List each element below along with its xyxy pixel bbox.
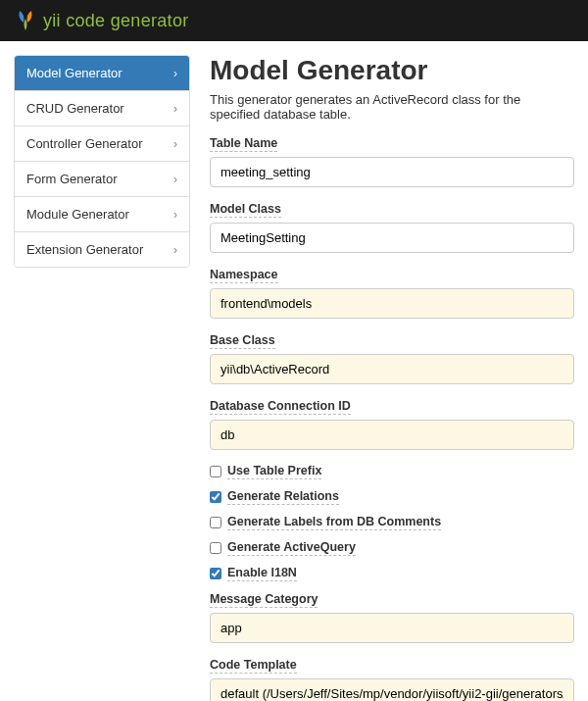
label-use-table-prefix: Use Table Prefix <box>227 464 321 479</box>
namespace-input[interactable] <box>210 288 574 319</box>
label-enable-i18n: Enable I18N <box>227 566 297 581</box>
chevron-right-icon: › <box>173 208 177 222</box>
chevron-right-icon: › <box>173 243 177 257</box>
label-message-category: Message Category <box>210 592 318 608</box>
model-class-input[interactable] <box>210 223 574 253</box>
sidebar-item-form-generator[interactable]: Form Generator › <box>15 162 189 197</box>
sidebar-item-label: Controller Generator <box>26 136 143 151</box>
chevron-right-icon: › <box>173 67 177 80</box>
base-class-input[interactable] <box>210 354 574 384</box>
page-subtitle: This generator generates an ActiveRecord… <box>210 92 574 122</box>
label-model-class: Model Class <box>210 202 281 218</box>
sidebar-item-extension-generator[interactable]: Extension Generator › <box>15 232 189 267</box>
sidebar-item-label: Extension Generator <box>26 242 143 257</box>
sidebar-item-label: Model Generator <box>26 66 122 80</box>
brand-text: yii code generator <box>43 11 189 31</box>
main-content: Model Generator This generator generates… <box>210 55 574 701</box>
label-generate-labels: Generate Labels from DB Comments <box>227 515 441 530</box>
brand[interactable]: yii code generator <box>14 9 189 32</box>
generate-relations-checkbox[interactable] <box>210 491 221 503</box>
chevron-right-icon: › <box>173 102 177 116</box>
db-connection-input[interactable] <box>210 420 574 450</box>
sidebar-item-label: CRUD Generator <box>26 101 124 116</box>
label-generate-activequery: Generate ActiveQuery <box>227 540 356 556</box>
code-template-input[interactable] <box>210 678 574 701</box>
generate-labels-checkbox[interactable] <box>210 517 221 528</box>
sidebar-item-crud-generator[interactable]: CRUD Generator › <box>15 91 189 126</box>
yii-logo-icon <box>14 9 37 32</box>
chevron-right-icon: › <box>173 137 177 151</box>
label-table-name: Table Name <box>210 136 277 152</box>
label-namespace: Namespace <box>210 268 278 283</box>
sidebar-item-label: Module Generator <box>26 207 129 222</box>
message-category-input[interactable] <box>210 613 574 643</box>
label-db-connection: Database Connection ID <box>210 399 351 415</box>
chevron-right-icon: › <box>173 173 177 186</box>
sidebar-item-label: Form Generator <box>26 172 117 186</box>
top-bar: yii code generator <box>0 0 588 41</box>
page-title: Model Generator <box>210 55 574 86</box>
enable-i18n-checkbox[interactable] <box>210 568 221 579</box>
sidebar-item-controller-generator[interactable]: Controller Generator › <box>15 126 189 162</box>
generator-sidebar: Model Generator › CRUD Generator › Contr… <box>14 55 190 268</box>
table-name-input[interactable] <box>210 157 574 187</box>
generate-activequery-checkbox[interactable] <box>210 542 221 554</box>
use-table-prefix-checkbox[interactable] <box>210 466 221 477</box>
sidebar-item-model-generator[interactable]: Model Generator › <box>15 56 189 91</box>
label-code-template: Code Template <box>210 658 297 674</box>
sidebar-item-module-generator[interactable]: Module Generator › <box>15 197 189 232</box>
label-base-class: Base Class <box>210 333 275 349</box>
label-generate-relations: Generate Relations <box>227 489 339 505</box>
